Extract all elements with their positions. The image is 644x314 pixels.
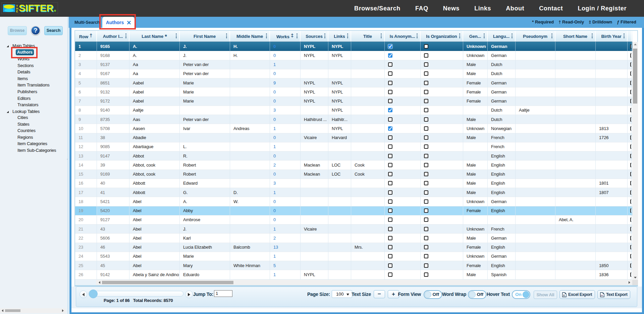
svg-text:csv: csv [601,295,603,296]
svg-text:SIFTER: SIFTER [19,3,53,13]
svg-text:x: x [563,293,565,297]
svg-text:E: E [16,10,18,13]
